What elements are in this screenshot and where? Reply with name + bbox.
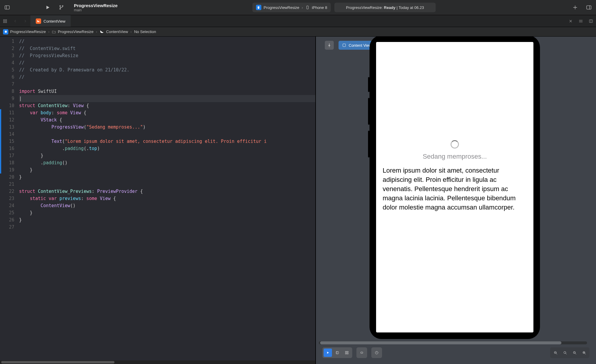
library-button[interactable] <box>584 3 594 12</box>
crumb-label: No Selection <box>134 29 156 34</box>
device-button-icon <box>368 131 370 157</box>
device-button-icon <box>368 77 370 92</box>
branch-name: main <box>74 8 117 12</box>
run-button[interactable] <box>43 3 52 12</box>
progress-spinner-icon <box>451 140 459 149</box>
preview-body-text: Lorem ipsum dolor sit amet, consectetur … <box>383 166 527 212</box>
editor-horizontal-scrollbar[interactable] <box>0 360 315 364</box>
scrollbar-thumb[interactable] <box>320 341 561 344</box>
simulated-device-frame: Sedang memproses... Lorem ipsum dolor si… <box>370 37 540 339</box>
svg-line-41 <box>585 353 586 354</box>
branch-icon[interactable] <box>57 3 66 12</box>
device-icon <box>305 5 310 10</box>
back-button[interactable] <box>10 15 20 27</box>
app-icon <box>3 29 8 35</box>
svg-rect-28 <box>347 353 348 354</box>
svg-rect-11 <box>4 19 5 21</box>
review-changes-icon[interactable] <box>566 15 576 27</box>
struct-icon <box>342 43 346 47</box>
svg-rect-20 <box>5 31 7 32</box>
zoom-fit-button[interactable] <box>561 349 569 357</box>
project-name: ProgressViewResize <box>74 3 117 8</box>
add-editor-button[interactable] <box>586 15 596 27</box>
device-screen: Sedang memproses... Lorem ipsum dolor si… <box>376 42 533 332</box>
svg-marker-22 <box>327 352 329 354</box>
svg-rect-13 <box>4 21 5 23</box>
svg-marker-2 <box>46 6 49 9</box>
zoom-out-button[interactable] <box>551 349 560 357</box>
svg-rect-9 <box>587 6 591 9</box>
svg-rect-29 <box>361 352 363 354</box>
swift-file-icon <box>36 18 41 24</box>
device-button-icon <box>368 98 370 125</box>
svg-line-33 <box>556 353 557 354</box>
svg-line-36 <box>566 353 566 354</box>
jumpbar-crumb-file[interactable]: ContentView <box>100 29 128 34</box>
zoom-in-button[interactable] <box>580 349 588 357</box>
svg-rect-14 <box>5 21 7 23</box>
svg-rect-23 <box>336 351 339 354</box>
status-prefix: ProgressViewResize: <box>346 5 384 10</box>
tab-label: ContentView <box>44 19 65 24</box>
selectable-preview-button[interactable] <box>333 349 342 357</box>
svg-rect-21 <box>343 44 345 46</box>
preview-toolbar: 1 <box>316 347 596 358</box>
scheme-name: ProgressViewResize <box>264 5 299 10</box>
chevron-right-icon: › <box>302 5 303 10</box>
svg-rect-12 <box>5 19 7 21</box>
source-editor[interactable]: 1234567891011121314151617181920212223242… <box>0 37 315 364</box>
activity-status[interactable]: ProgressViewResize: Ready | Today at 06.… <box>334 3 436 12</box>
code-content[interactable]: //// ContentView.swift// ProgressViewRes… <box>17 37 315 360</box>
chevron-right-icon: › <box>131 29 132 34</box>
svg-text:1: 1 <box>574 352 575 353</box>
change-bar <box>0 37 2 360</box>
jumpbar-crumb-selection[interactable]: No Selection <box>134 29 156 34</box>
preview-chip-label: Content View <box>349 43 372 48</box>
chevron-right-icon: › <box>48 29 49 34</box>
swift-file-icon <box>100 29 104 34</box>
scrollbar-thumb[interactable] <box>1 361 114 363</box>
jump-bar[interactable]: ProgressViewResize › ProgressViewResize … <box>0 27 596 37</box>
project-block[interactable]: ProgressViewResize main <box>74 3 117 12</box>
main-toolbar: ProgressViewResize main ProgressViewResi… <box>0 0 596 15</box>
target-device: iPhone 8 <box>312 5 327 10</box>
preview-horizontal-scrollbar[interactable] <box>319 341 587 344</box>
variants-preview-button[interactable] <box>343 349 351 357</box>
crumb-label: ContentView <box>106 29 128 34</box>
status-detail: Today at 06.23 <box>398 5 424 10</box>
editor-tab-bar: ContentView <box>0 15 596 27</box>
svg-rect-27 <box>345 353 347 354</box>
tab-contentview[interactable]: ContentView <box>30 15 71 27</box>
add-button[interactable] <box>570 3 580 12</box>
svg-rect-26 <box>347 351 348 352</box>
toggle-navigator-button[interactable] <box>2 3 12 12</box>
device-settings-button[interactable] <box>358 349 366 357</box>
svg-rect-6 <box>307 6 308 9</box>
svg-line-38 <box>575 353 576 354</box>
status-state: Ready <box>384 5 395 10</box>
live-preview-button[interactable] <box>324 349 332 357</box>
forward-button[interactable] <box>20 15 30 27</box>
svg-point-35 <box>564 351 566 354</box>
svg-rect-25 <box>345 351 347 352</box>
adjust-editor-options-button[interactable] <box>576 15 586 27</box>
app-icon <box>256 5 261 10</box>
preview-duration-button[interactable] <box>372 349 381 357</box>
jumpbar-crumb-folder[interactable]: ProgressViewResize <box>52 29 94 34</box>
scheme-selector[interactable]: ProgressViewResize › iPhone 8 <box>252 3 331 12</box>
chevron-right-icon: › <box>96 29 97 34</box>
crumb-label: ProgressViewResize <box>10 29 46 34</box>
status-sep: | <box>395 5 398 10</box>
progress-label: Sedang memproses... <box>423 153 487 160</box>
zoom-actual-button[interactable]: 1 <box>570 349 579 357</box>
preview-canvas: Content View Sedang memproses... Lorem i… <box>316 37 596 364</box>
svg-rect-0 <box>5 6 10 9</box>
pin-preview-button[interactable] <box>325 41 334 50</box>
related-items-button[interactable] <box>0 15 10 27</box>
folder-icon <box>52 30 56 34</box>
crumb-label: ProgressViewResize <box>58 29 94 34</box>
line-number-gutter: 1234567891011121314151617181920212223242… <box>2 37 17 360</box>
jumpbar-crumb-project[interactable]: ProgressViewResize <box>3 29 46 35</box>
